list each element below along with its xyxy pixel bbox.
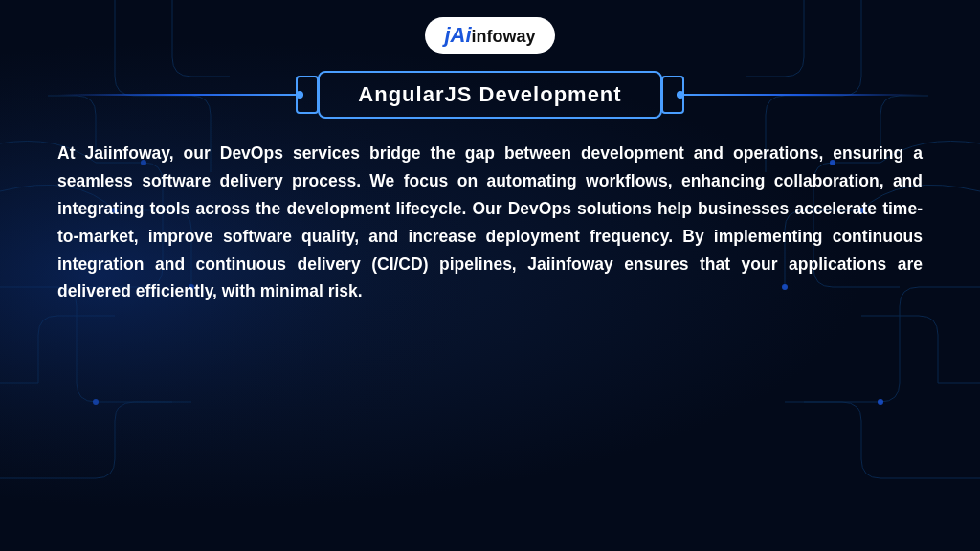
logo-container: jAiinfoway (425, 17, 554, 54)
logo-text: jAiinfoway (444, 23, 535, 48)
title-box: AngularJS Development (318, 71, 661, 119)
logo-infoway: infoway (472, 27, 536, 46)
body-paragraph: At Jaiinfoway, our DevOps services bridg… (57, 140, 923, 305)
title-section: AngularJS Development (57, 71, 923, 119)
title-line-left (57, 94, 303, 96)
page-title: AngularJS Development (358, 82, 621, 106)
title-line-right (677, 94, 923, 96)
content-wrapper: jAiinfoway AngularJS Development At Jaii… (0, 0, 980, 551)
logo-jai: jAi (444, 23, 471, 47)
